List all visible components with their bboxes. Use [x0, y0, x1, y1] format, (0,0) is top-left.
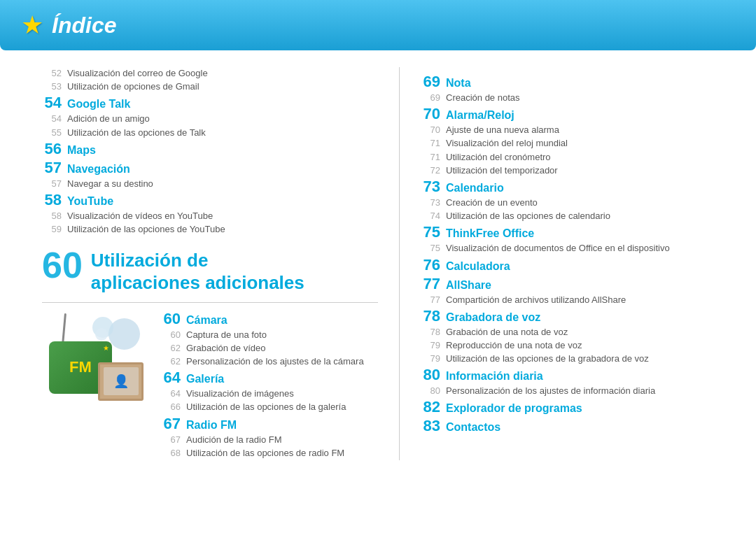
list-item: 53Utilización de opciones de Gmail [42, 80, 378, 93]
entry-text: Navegación [67, 163, 130, 176]
list-item: 77Compartición de archivos utilizando Al… [421, 294, 714, 306]
entry-text: Reproducción de una nota de voz [446, 339, 582, 352]
entry-text: Calculadora [446, 260, 510, 273]
list-item: 80Personalización de los ajustes de info… [421, 385, 714, 397]
entry-text: Utilización de las opciones de radio FM [186, 447, 344, 460]
entry-text: Utilización de las opciones de Talk [67, 127, 206, 139]
page-number: 55 [42, 127, 62, 138]
entry-text: YouTube [67, 195, 113, 208]
list-item: 73Calendario [421, 178, 714, 196]
entry-text: Utilización del temporizador [446, 164, 558, 177]
page-number: 79 [421, 340, 440, 350]
page-number: 66 [161, 401, 181, 412]
main-content: 52Visualización del correo de Google53Ut… [0, 50, 756, 460]
entry-text: Utilización de las opciones de la galerí… [186, 401, 346, 413]
page-number: 73 [421, 197, 440, 208]
page-number: 58 [42, 191, 62, 209]
entry-text: Visualización de imágenes [186, 388, 294, 400]
page-number: 71 [421, 138, 440, 148]
entry-text: Creación de notas [446, 92, 520, 104]
header: ★ Índice [0, 0, 756, 50]
page-number: 71 [421, 152, 440, 162]
list-item: 54Adición de un amigo [42, 113, 378, 125]
page-number: 75 [421, 243, 440, 253]
page-number: 67 [161, 434, 181, 445]
entry-text: Personalización de los ajustes de inform… [446, 385, 655, 397]
list-item: 58Visualización de vídeos en YouTube [42, 210, 378, 222]
page-number: 64 [161, 388, 181, 399]
entry-text: Galería [186, 373, 224, 385]
page-number: 77 [421, 275, 440, 293]
page-number: 74 [421, 211, 440, 221]
list-item: 57Navegar a su destino [42, 178, 378, 190]
list-item: 82Explorador de programas [421, 398, 714, 416]
column-divider [399, 67, 400, 460]
fm-illustration: FM ★ 👤 [42, 317, 154, 408]
page-number: 70 [421, 105, 440, 123]
entry-text: Contactos [446, 421, 500, 434]
photo-frame: 👤 [98, 362, 144, 401]
list-item: 67Audición de la radio FM [161, 434, 378, 446]
list-item: 77AllShare [421, 275, 714, 293]
page-number: 75 [421, 223, 440, 241]
entry-text: ThinkFree Office [446, 227, 534, 240]
list-item: 72Utilización del temporizador [421, 164, 714, 177]
entry-text: Explorador de programas [446, 402, 582, 415]
entry-text: Visualización del correo de Google [67, 67, 208, 80]
entry-text: Información diaria [446, 370, 543, 383]
page-number: 72 [421, 165, 440, 176]
list-item: 78Grabación de una nota de voz [421, 326, 714, 339]
page-number: 77 [421, 294, 440, 305]
page-number: 64 [161, 369, 181, 387]
entry-text: AllShare [446, 279, 491, 292]
list-item: 69Nota [421, 73, 714, 91]
entry-text: Radio FM [186, 419, 237, 432]
page-number: 78 [421, 307, 440, 325]
list-item: 60Captura de una foto [161, 329, 378, 341]
entry-text: Ajuste de una nueva alarma [446, 124, 559, 136]
big-section: 60 Utilización deaplicaciones adicionale… [42, 247, 378, 293]
entry-text: Cámara [186, 314, 227, 327]
entry-text: Utilización de opciones de Gmail [67, 80, 200, 93]
page-number: 76 [421, 256, 440, 274]
page-number: 54 [42, 113, 62, 124]
top-entries: 52Visualización del correo de Google53Ut… [42, 67, 378, 236]
entry-text: Visualización del reloj mundial [446, 137, 568, 150]
left-bottom: FM ★ 👤 60Cámara60Captura de una foto62Gr… [42, 310, 378, 460]
list-item: 67Radio FM [161, 415, 378, 433]
list-item: 62Grabación de vídeo [161, 342, 378, 355]
entry-text: Utilización de las opciones de la grabad… [446, 353, 649, 365]
list-item: 59Utilización de las opciones de YouTube [42, 223, 378, 236]
page-number: 70 [421, 125, 440, 135]
entry-text: Nota [446, 77, 471, 90]
page-number: 60 [161, 310, 181, 328]
page-number: 56 [42, 140, 62, 158]
page-number: 57 [42, 178, 62, 189]
list-item: 64Visualización de imágenes [161, 388, 378, 400]
list-item: 69Creación de notas [421, 92, 714, 104]
entry-text: Grabación de una nota de voz [446, 326, 568, 339]
list-item: 54Google Talk [42, 94, 378, 112]
fm-star-icon: ★ [103, 344, 109, 352]
entry-text: Utilización del cronómetro [446, 151, 551, 164]
bottom-entries: 60Cámara60Captura de una foto62Grabación… [161, 310, 378, 460]
page-number: 60 [161, 329, 181, 340]
page-number: 52 [42, 68, 62, 78]
page-number: 59 [42, 224, 62, 234]
star-icon: ★ [21, 10, 43, 40]
page-number: 54 [42, 94, 62, 112]
entry-text: Maps [67, 144, 96, 157]
list-item: 74Utilización de las opciones de calenda… [421, 210, 714, 222]
list-item: 64Galería [161, 369, 378, 387]
list-item: 75ThinkFree Office [421, 223, 714, 241]
page-number: 62 [161, 343, 181, 353]
list-item: 70Alarma/Reloj [421, 105, 714, 123]
page-number: 53 [42, 81, 62, 92]
circle-decoration [108, 318, 140, 350]
entry-text: Calendario [446, 182, 504, 194]
page-number: 62 [161, 356, 181, 367]
entry-text: Creación de un evento [446, 197, 538, 209]
list-item: 57Navegación [42, 159, 378, 177]
list-item: 73Creación de un evento [421, 197, 714, 209]
page-number: 73 [421, 178, 440, 196]
